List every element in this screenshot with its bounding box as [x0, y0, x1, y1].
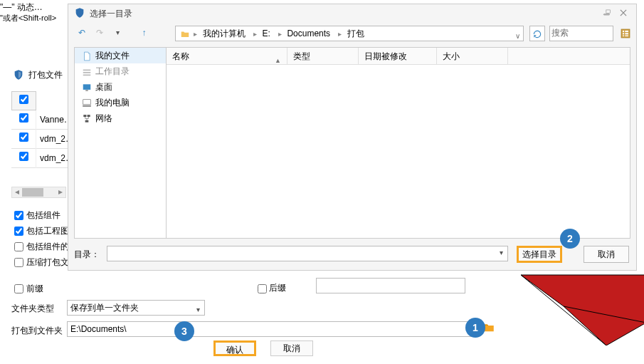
breadcrumb[interactable]: ▸ 我的计算机 ▸ E: ▸ Documents ▸ 打包 ∨	[175, 26, 524, 41]
shield-icon	[13, 69, 24, 80]
pack-to-input[interactable]: E:\Documents\	[67, 321, 475, 337]
table-header-checkbox[interactable]	[11, 91, 36, 110]
tree-network[interactable]: 网络	[75, 110, 166, 126]
scroll-left-icon[interactable]: ◂	[13, 188, 21, 197]
col-name[interactable]: 名称▲	[167, 48, 287, 65]
views-icon[interactable]	[618, 26, 633, 41]
select-directory-button[interactable]: 选择目录	[517, 246, 562, 263]
scroll-thumb[interactable]	[22, 188, 43, 197]
folder-icon	[179, 28, 192, 38]
suffix-input[interactable]	[316, 278, 465, 293]
path-dropdown-icon[interactable]: ∨	[515, 29, 520, 43]
svg-rect-17	[83, 100, 91, 105]
tree-workdir[interactable]: 工作目录	[75, 63, 166, 79]
svg-rect-9	[625, 33, 628, 34]
crumb-sep-icon[interactable]: ▸	[252, 30, 258, 38]
svg-rect-8	[623, 33, 624, 34]
svg-rect-15	[83, 84, 91, 90]
annotation-badge-1: 1	[465, 318, 485, 338]
confirm-button[interactable]: 确认	[213, 340, 256, 356]
close-icon[interactable]	[616, 7, 630, 18]
select-directory-dialog: 选择一目录 ↶ ↷ ▾ ↑ ▸ 我的计算机 ▸	[68, 4, 637, 271]
file-list[interactable]: 名称▲ 类型 日期被修改 大小	[167, 47, 630, 239]
chk-suffix[interactable]	[258, 284, 267, 293]
bg-horizontal-scrollbar[interactable]: ◂ ▸	[11, 187, 66, 198]
directory-label: 目录：	[74, 249, 100, 261]
bg-hint-roll: "或者<Shift-roll>	[0, 13, 56, 24]
crumb-documents[interactable]: Documents	[285, 26, 334, 41]
row-name: Vanne…	[36, 110, 68, 130]
folder-type-combo[interactable]: 保存到单一文件夹	[67, 300, 205, 316]
minimize-icon[interactable]	[600, 7, 614, 18]
svg-rect-4	[606, 10, 610, 14]
scroll-right-icon[interactable]: ▸	[56, 188, 65, 197]
table-row[interactable]: vdm_2…	[11, 130, 68, 149]
row-checkbox[interactable]	[11, 110, 36, 130]
chk-include-drawings[interactable]: 包括工程图	[11, 224, 69, 238]
annotation-badge-3: 3	[174, 321, 194, 341]
bg-hint-prev: "—" 动态…	[0, 1, 43, 14]
row-checkbox[interactable]	[11, 130, 36, 149]
svg-rect-7	[625, 31, 628, 32]
svg-rect-10	[623, 35, 624, 36]
dialog-titlebar[interactable]: 选择一目录	[68, 4, 636, 21]
row-checkbox[interactable]	[11, 149, 36, 168]
col-size[interactable]: 大小	[437, 48, 508, 65]
svg-rect-3	[603, 14, 609, 15]
crumb-drive[interactable]: E:	[260, 26, 274, 41]
col-type[interactable]: 类型	[287, 48, 359, 65]
folder-tree: 我的文件 工作目录 桌面 我的电脑 网络	[74, 47, 167, 239]
nav-back-icon[interactable]: ↶	[74, 26, 90, 41]
crumb-sep-icon[interactable]: ▸	[277, 30, 283, 38]
chk-prefix[interactable]: 前缀	[11, 282, 43, 296]
col-modified[interactable]: 日期被修改	[359, 48, 437, 65]
row-name: vdm_2…	[36, 149, 68, 168]
tree-my-files[interactable]: 我的文件	[75, 48, 166, 63]
crumb-sep-icon[interactable]: ▸	[192, 30, 199, 38]
directory-input[interactable]	[107, 246, 508, 261]
svg-rect-16	[85, 90, 88, 90]
sort-asc-icon: ▲	[275, 52, 281, 69]
file-list-header: 名称▲ 类型 日期被修改 大小	[167, 48, 630, 65]
tree-desktop[interactable]: 桌面	[75, 79, 166, 95]
dialog-title: 选择一目录	[90, 8, 132, 20]
refresh-icon[interactable]	[529, 26, 545, 41]
red-graphic	[521, 274, 644, 345]
crumb-sep-icon[interactable]: ▸	[337, 30, 343, 38]
tree-mypc[interactable]: 我的电脑	[75, 95, 166, 110]
table-row[interactable]: Vanne…	[11, 110, 68, 130]
svg-rect-6	[623, 31, 624, 32]
nav-recent-icon[interactable]: ▾	[110, 26, 126, 41]
desktop-icon	[80, 79, 93, 95]
document-icon	[80, 48, 93, 63]
svg-rect-18	[83, 105, 91, 107]
dialog-icon	[74, 7, 85, 19]
svg-rect-11	[625, 35, 628, 36]
folder-type-label: 文件夹类型	[11, 303, 54, 315]
computer-icon	[80, 95, 93, 110]
search-input[interactable]	[549, 26, 613, 41]
dialog-cancel-button[interactable]: 取消	[584, 246, 629, 263]
svg-rect-12	[83, 69, 91, 71]
network-icon	[80, 110, 93, 126]
chk-include-components[interactable]: 包括组件	[11, 209, 60, 222]
crumb-current[interactable]: 打包	[346, 26, 369, 41]
workdir-icon	[80, 63, 93, 79]
nav-forward-icon[interactable]: ↷	[92, 26, 107, 41]
pack-to-label: 打包到文件夹	[11, 325, 63, 337]
cancel-button[interactable]: 取消	[270, 340, 313, 356]
nav-up-icon[interactable]: ↑	[136, 26, 152, 41]
search-field[interactable]	[550, 26, 611, 39]
crumb-mypc[interactable]: 我的计算机	[201, 26, 250, 41]
annotation-badge-2: 2	[560, 229, 580, 249]
table-row[interactable]: vdm_2…	[11, 149, 68, 168]
svg-rect-14	[83, 74, 91, 76]
row-name: vdm_2…	[36, 130, 68, 149]
svg-rect-13	[83, 72, 91, 73]
suffix-label: 后缀	[269, 282, 286, 294]
svg-rect-21	[85, 120, 89, 123]
panel-title: 打包文件	[28, 69, 63, 81]
